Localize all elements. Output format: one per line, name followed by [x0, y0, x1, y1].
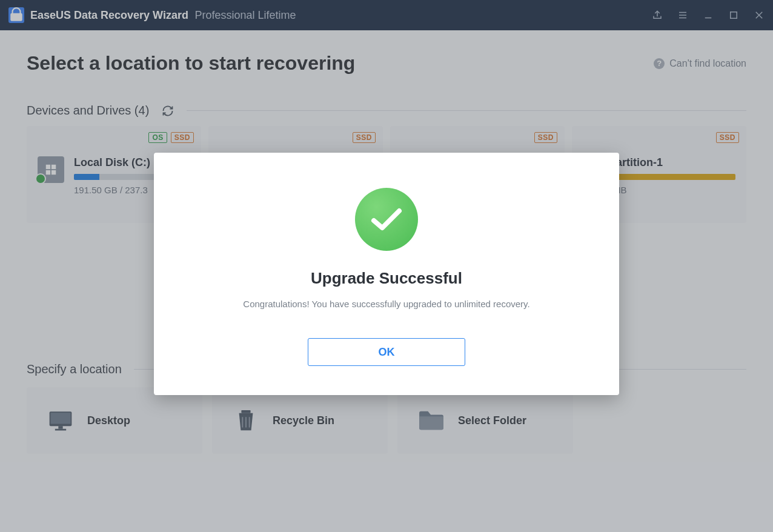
- modal-message: Congratulations! You have successfully u…: [243, 299, 529, 309]
- ok-button[interactable]: OK: [308, 338, 465, 366]
- modal-overlay: Upgrade Successful Congratulations! You …: [0, 0, 773, 532]
- success-check-icon: [355, 188, 418, 251]
- upgrade-successful-modal: Upgrade Successful Congratulations! You …: [154, 153, 619, 395]
- modal-title: Upgrade Successful: [311, 269, 462, 288]
